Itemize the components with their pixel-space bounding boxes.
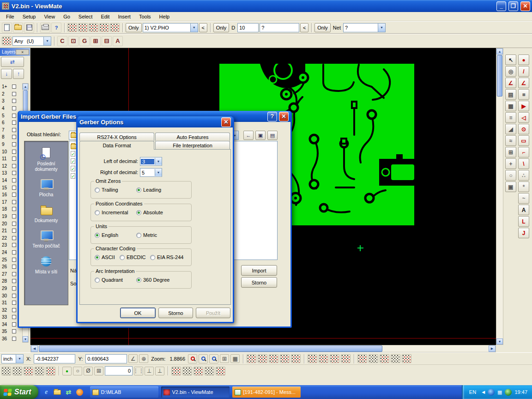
- taskbar-window-mlab[interactable]: D:\MLAB: [90, 387, 158, 398]
- display-mode-icon[interactable]: [280, 354, 290, 363]
- layer-color-box[interactable]: [12, 272, 16, 276]
- g-code-filter-icon[interactable]: G: [79, 36, 90, 46]
- place-item-1[interactable]: Plocha: [25, 178, 67, 198]
- radio-360-degree[interactable]: 360 Degree: [136, 277, 170, 283]
- zoom-window-icon[interactable]: ◎: [505, 66, 516, 77]
- layer-color-box[interactable]: [12, 236, 16, 240]
- only-net-toggle[interactable]: Only: [314, 23, 331, 32]
- layer-color-box[interactable]: [12, 135, 16, 139]
- grid-dense-icon[interactable]: ▦: [230, 354, 240, 363]
- chevron-down-icon[interactable]: ▼: [155, 169, 162, 176]
- place-item-0[interactable]: Poslední dokumenty: [25, 147, 67, 172]
- diameter-icon[interactable]: Ø: [84, 367, 93, 375]
- layer-color-box[interactable]: [12, 142, 16, 146]
- layer-row-3[interactable]: 3: [0, 97, 22, 105]
- layer-down-button[interactable]: ↓: [1, 69, 12, 79]
- fill-icon[interactable]: ▣: [505, 181, 516, 192]
- radio-ascii[interactable]: ASCII: [95, 254, 115, 260]
- anchor-icon[interactable]: ⊥: [145, 367, 154, 375]
- display-mode-icon[interactable]: [269, 354, 278, 363]
- rectangle-tool-icon[interactable]: ■: [518, 89, 529, 100]
- display-mode-icon[interactable]: [291, 354, 301, 363]
- layer-color-box[interactable]: [12, 99, 16, 103]
- radio-english[interactable]: English: [95, 232, 118, 238]
- language-indicator[interactable]: EN: [466, 389, 479, 395]
- gerber-dialog-titlebar[interactable]: Gerber Options ✕: [78, 116, 233, 127]
- layer-color-box[interactable]: [12, 121, 16, 125]
- layer-color-box[interactable]: [12, 193, 16, 197]
- wave-icon[interactable]: ≈: [505, 135, 516, 146]
- radio-ebcdic[interactable]: EBCDIC: [120, 254, 146, 260]
- layer-color-box[interactable]: [12, 286, 16, 290]
- zoom-out-icon[interactable]: [209, 354, 218, 363]
- layer-combobox[interactable]: 1) V2.PHO ▼: [143, 23, 198, 32]
- dcode-filter-field[interactable]: ?: [260, 23, 299, 32]
- display-mode-icon[interactable]: [341, 354, 351, 363]
- taskbar-window-viewmate[interactable]: V2.bin - ViewMate: [161, 387, 230, 398]
- status-led-icon[interactable]: ●: [62, 367, 72, 375]
- aperture-shape-combobox[interactable]: Any (U) ▼: [12, 36, 51, 46]
- frame-tool-icon[interactable]: ▭: [518, 135, 529, 146]
- edit-pattern-icon[interactable]: [1, 367, 11, 375]
- help-button[interactable]: ?: [267, 112, 277, 121]
- layer-row-2[interactable]: 2: [0, 91, 22, 98]
- tray-status-icon[interactable]: [505, 389, 512, 396]
- star-tool-icon[interactable]: *: [518, 181, 529, 192]
- context-help-button[interactable]: ?: [51, 23, 61, 33]
- layer-color-box[interactable]: [12, 171, 16, 175]
- tray-keyboard-icon[interactable]: ▦: [497, 389, 502, 395]
- layer-color-box[interactable]: [12, 294, 16, 298]
- active-dcode-field[interactable]: 0: [105, 366, 133, 375]
- layer-color-box[interactable]: [12, 229, 16, 233]
- close-button[interactable]: ✕: [279, 112, 289, 121]
- layer-color-box[interactable]: [12, 308, 16, 312]
- radio-metric[interactable]: Metric: [136, 232, 157, 238]
- place-item-2[interactable]: Dokumenty: [25, 204, 67, 224]
- dots-tool-icon[interactable]: ∴: [518, 170, 529, 181]
- pad-grid-icon[interactable]: ▦: [505, 101, 516, 111]
- paint-pattern-icon[interactable]: [193, 367, 203, 375]
- grid-view-icon[interactable]: ⊞: [220, 354, 229, 363]
- display-mode-icon[interactable]: [357, 354, 367, 363]
- triangle-tool-icon[interactable]: ◁: [518, 112, 529, 123]
- folder-shortcut-icon[interactable]: [53, 388, 61, 396]
- circle-tool-icon[interactable]: ○: [73, 367, 82, 375]
- prev-layer-button[interactable]: <: [199, 23, 207, 32]
- select-layer-button[interactable]: [99, 23, 109, 32]
- print-button[interactable]: [40, 23, 50, 33]
- close-button[interactable]: ✕: [221, 117, 231, 127]
- canvas-vertical-scrollbar[interactable]: ▲ ▼: [496, 48, 503, 345]
- display-mode-icon[interactable]: [319, 354, 328, 363]
- import-button[interactable]: Import: [241, 265, 277, 276]
- close-icon[interactable]: ×: [16, 49, 29, 55]
- sync-shortcut-icon[interactable]: ⇄: [64, 388, 73, 396]
- layer-color-box[interactable]: [12, 200, 16, 204]
- tab-data-format[interactable]: Data Format: [79, 141, 154, 150]
- measure-angle-icon[interactable]: ∠: [505, 78, 516, 88]
- display-mode-icon[interactable]: [308, 354, 317, 363]
- views-button[interactable]: ▤: [267, 131, 278, 140]
- arrow-tool-icon[interactable]: ▶: [518, 101, 529, 111]
- menu-item-select[interactable]: Select: [74, 13, 97, 20]
- layer-up-button[interactable]: ↑: [13, 69, 24, 79]
- display-mode-icon[interactable]: [369, 354, 378, 363]
- layer-color-box[interactable]: [12, 250, 16, 254]
- text-filter-icon[interactable]: A: [113, 36, 123, 46]
- scroll-right-icon[interactable]: ▶: [489, 345, 496, 352]
- h-code-filter-icon[interactable]: ⊟: [102, 36, 112, 46]
- browser-shortcut-icon[interactable]: [75, 388, 84, 396]
- j-shape-tool-icon[interactable]: J: [518, 228, 529, 238]
- aperture-pattern-button[interactable]: [2, 36, 12, 45]
- move-icon[interactable]: +: [505, 158, 516, 169]
- layer-stack-icon[interactable]: ▤: [505, 89, 516, 100]
- radio-eia-rs244[interactable]: EIA RS-244: [150, 254, 183, 260]
- layer-row-35[interactable]: 35: [0, 328, 22, 335]
- mirror-icon[interactable]: ◢: [505, 124, 516, 134]
- scrollbar-thumb[interactable]: [497, 55, 502, 97]
- layer-color-box[interactable]: [12, 337, 16, 341]
- radio-leading[interactable]: Leading: [136, 187, 161, 193]
- y-coordinate-field[interactable]: 0.690643: [85, 354, 127, 363]
- flash-filter-icon[interactable]: ⊞: [91, 36, 101, 46]
- chevron-down-icon[interactable]: ▼: [16, 355, 23, 363]
- close-button[interactable]: ✕: [520, 1, 530, 11]
